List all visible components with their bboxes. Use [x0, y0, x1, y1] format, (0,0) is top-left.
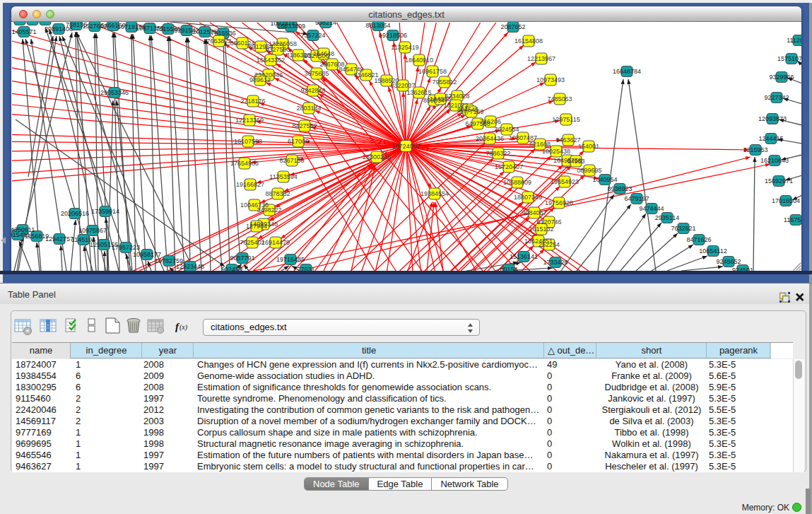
svg-text:(x): (x): [180, 323, 188, 332]
svg-text:10654112: 10654112: [699, 247, 726, 255]
svg-text:8322037: 8322037: [390, 82, 415, 89]
svg-text:19654923: 19654923: [551, 178, 579, 185]
svg-text:1167533: 1167533: [784, 216, 801, 223]
svg-text:8267150: 8267150: [279, 157, 304, 164]
svg-text:8427552: 8427552: [292, 122, 317, 129]
svg-text:20206516: 20206516: [61, 210, 89, 217]
svg-text:1112093: 1112093: [787, 37, 801, 44]
svg-text:2803144: 2803144: [296, 105, 321, 112]
svg-text:16648784: 16648784: [613, 68, 641, 75]
svg-text:12975115: 12975115: [552, 116, 579, 123]
svg-text:16107553: 16107553: [234, 138, 262, 145]
svg-text:0699695: 0699695: [577, 167, 601, 174]
svg-text:7632621: 7632621: [671, 225, 695, 232]
svg-text:154001: 154001: [578, 143, 599, 150]
svg-text:154648: 154648: [313, 50, 334, 57]
svg-text:9227342: 9227342: [764, 94, 789, 101]
svg-text:7886322: 7886322: [486, 150, 510, 157]
svg-text:6734028: 6734028: [445, 93, 469, 100]
svg-text:9242848: 9242848: [300, 87, 325, 94]
svg-text:15136141: 15136141: [510, 253, 538, 260]
svg-text:64953: 64953: [567, 158, 584, 165]
svg-text:9474444: 9474444: [639, 205, 664, 212]
svg-text:12093873: 12093873: [758, 115, 787, 122]
svg-text:3675685: 3675685: [304, 70, 329, 77]
svg-text:3498222: 3498222: [257, 206, 281, 214]
svg-text:80154: 80154: [500, 266, 517, 271]
svg-text:18807249: 18807249: [514, 194, 542, 201]
svg-text:1244415: 1244415: [758, 135, 783, 142]
svg-text:746206: 746206: [480, 118, 501, 125]
svg-text:16210643: 16210643: [760, 157, 789, 164]
svg-text:6479197: 6479197: [624, 195, 649, 202]
svg-text:15692971: 15692971: [765, 177, 793, 185]
svg-text:1362615: 1362615: [406, 89, 431, 96]
svg-text:16961758: 16961758: [418, 68, 447, 75]
svg-text:17957223: 17957223: [112, 244, 140, 251]
svg-text:10688609: 10688609: [503, 179, 531, 186]
svg-text:10025438: 10025438: [542, 148, 570, 155]
svg-text:11325419: 11325419: [391, 44, 418, 51]
svg-text:8878332: 8878332: [265, 190, 290, 197]
svg-text:11353594: 11353594: [269, 173, 297, 180]
svg-text:8938923: 8938923: [607, 185, 632, 192]
svg-text:2935114: 2935114: [655, 214, 679, 221]
svg-text:621608: 621608: [529, 141, 551, 148]
svg-text:902450: 902450: [221, 266, 242, 271]
svg-text:9084067: 9084067: [522, 209, 546, 216]
svg-text:19218506: 19218506: [379, 32, 407, 39]
svg-text:12923448: 12923448: [176, 263, 204, 270]
svg-text:18640910: 18640910: [405, 57, 433, 64]
svg-text:6120746: 6120746: [536, 218, 561, 226]
svg-text:28300215: 28300215: [363, 153, 391, 160]
svg-text:18724007: 18724007: [392, 143, 420, 150]
svg-text:12213369: 12213369: [235, 117, 264, 124]
svg-text:1733426: 1733426: [543, 259, 567, 266]
svg-text:16914479: 16914479: [261, 239, 290, 246]
svg-text:7485063: 7485063: [547, 95, 572, 103]
svg-text:19716485: 19716485: [276, 256, 305, 263]
svg-text:7663822: 7663822: [206, 37, 231, 45]
svg-text:19384554: 19384554: [420, 190, 449, 197]
svg-text:2087652: 2087652: [500, 23, 525, 30]
svg-text:17016504: 17016504: [772, 197, 800, 204]
svg-text:1640954: 1640954: [592, 176, 617, 183]
svg-text:15720407: 15720407: [495, 163, 523, 170]
svg-text:12213967: 12213967: [527, 55, 555, 62]
svg-text:989612: 989612: [249, 76, 271, 83]
svg-text:1615132: 1615132: [529, 226, 553, 233]
svg-text:908214: 908214: [315, 22, 336, 26]
svg-text:15751074: 15751074: [777, 55, 801, 62]
svg-text:77031: 77031: [297, 266, 314, 271]
svg-text:19166827: 19166827: [236, 181, 264, 188]
svg-text:17654985: 17654985: [230, 160, 259, 167]
svg-text:16543362: 16543362: [257, 57, 285, 64]
svg-text:7357224: 7357224: [300, 32, 325, 39]
svg-text:10975867: 10975867: [78, 227, 107, 234]
svg-text:9657791: 9657791: [230, 255, 254, 262]
svg-text:8813054: 8813054: [365, 22, 390, 29]
svg-text:252254: 252254: [539, 241, 560, 248]
svg-text:1055326: 1055326: [33, 22, 57, 23]
svg-text:16033809: 16033809: [277, 23, 305, 30]
svg-text:9777169: 9777169: [459, 108, 483, 115]
svg-text:1405571: 1405571: [11, 28, 36, 35]
svg-text:20364436: 20364436: [476, 135, 504, 142]
svg-text:127904: 127904: [246, 223, 267, 230]
svg-text:3215953: 3215953: [743, 146, 767, 153]
svg-text:617006: 617006: [288, 138, 309, 145]
svg-text:16154808: 16154808: [514, 37, 543, 45]
svg-text:10973493: 10973493: [536, 76, 565, 83]
svg-text:9245652: 9245652: [716, 258, 741, 265]
svg-text:29053346: 29053346: [100, 89, 129, 96]
svg-text:9463627: 9463627: [555, 136, 580, 144]
svg-text:7955812: 7955812: [432, 78, 457, 86]
svg-text:9329966: 9329966: [769, 74, 794, 81]
svg-text:8471626: 8471626: [686, 236, 711, 243]
svg-text:2718176: 2718176: [240, 98, 265, 105]
svg-text:7515536: 7515536: [211, 30, 235, 37]
svg-text:19756928: 19756928: [545, 199, 573, 206]
svg-text:12942757: 12942757: [45, 235, 73, 243]
svg-text:17359914: 17359914: [91, 208, 119, 215]
svg-text:3624554: 3624554: [494, 126, 519, 133]
